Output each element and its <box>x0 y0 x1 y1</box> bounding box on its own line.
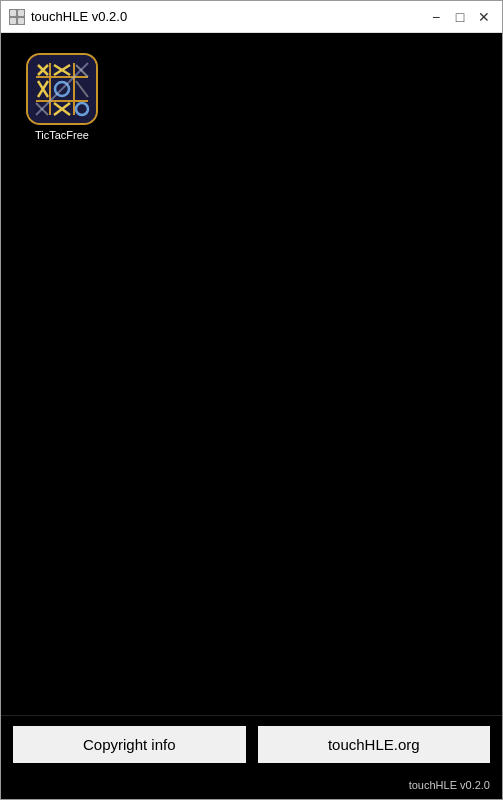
bottom-bar: Copyright info touchHLE.org <box>1 715 502 773</box>
version-bar: touchHLE v0.2.0 <box>1 773 502 799</box>
app-item-tictacfree[interactable]: TicTacFree <box>17 49 107 145</box>
app-grid: TicTacFree <box>1 33 502 715</box>
touchhle-org-button[interactable]: touchHLE.org <box>258 726 491 763</box>
svg-rect-2 <box>18 10 24 16</box>
maximize-button[interactable]: □ <box>450 7 470 27</box>
window-title: touchHLE v0.2.0 <box>31 9 426 24</box>
main-content: TicTacFree Copyright info touchHLE.org t… <box>1 33 502 799</box>
title-bar: touchHLE v0.2.0 − □ ✕ <box>1 1 502 33</box>
version-text: touchHLE v0.2.0 <box>409 779 490 791</box>
svg-rect-4 <box>18 18 24 24</box>
app-icon-wrapper <box>26 53 98 125</box>
copyright-info-button[interactable]: Copyright info <box>13 726 246 763</box>
close-button[interactable]: ✕ <box>474 7 494 27</box>
svg-rect-1 <box>10 10 16 16</box>
window-controls: − □ ✕ <box>426 7 494 27</box>
tictacfree-icon-svg <box>28 55 96 123</box>
window-icon <box>9 9 25 25</box>
minimize-button[interactable]: − <box>426 7 446 27</box>
app-name-tictacfree: TicTacFree <box>35 129 89 141</box>
app-window: touchHLE v0.2.0 − □ ✕ <box>0 0 503 800</box>
svg-rect-3 <box>10 18 16 24</box>
